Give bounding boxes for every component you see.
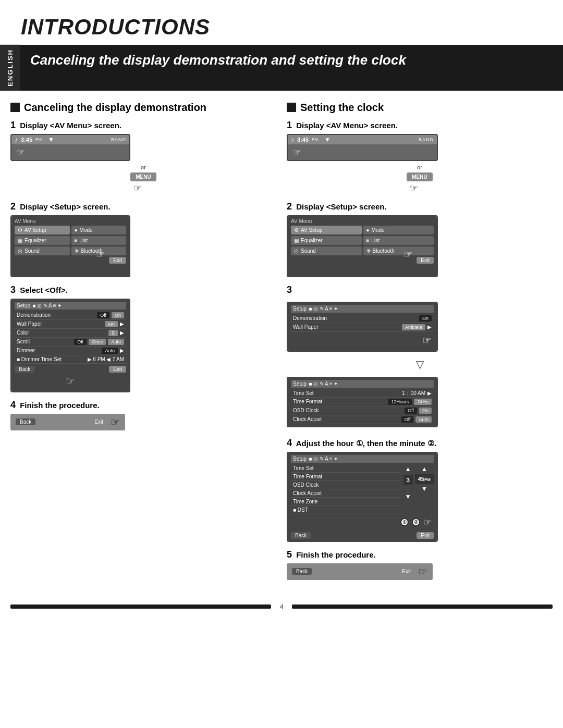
setup-row-dimmertime: ■ Dimmer Time Set ▶ 6 PM ◀ 7 AM xyxy=(15,355,126,364)
left-step1-screen: ♪ 3:45 PM ▼ BAND ☞ xyxy=(10,134,130,161)
right-step-2: 2 Display <Setup> screen. AV Menu ⚙ AV S… xyxy=(287,201,553,277)
hour-down-arrow[interactable]: ▼ xyxy=(405,493,411,500)
clockadjust-row: Clock Adjust Off Auto xyxy=(291,415,434,424)
music-icon-right: ♪ xyxy=(291,136,294,143)
left-column: Canceling the display demonstration 1 Di… xyxy=(10,101,276,587)
banner-text: Canceling the display demonstration and … xyxy=(20,45,563,91)
menu-item-equalizer: ▦ Equalizer xyxy=(15,236,70,245)
setup-row-dimmer: Dimmer Auto ▶ xyxy=(15,347,126,355)
right-column: Setting the clock 1 Display <AV Menu> sc… xyxy=(287,101,553,587)
timeformat-row: Time Format 12Hours 24Ho xyxy=(291,398,434,406)
setup-row-scroll: Scroll Off Once Auto xyxy=(15,338,126,347)
menu-button-right-1[interactable]: MENU xyxy=(407,172,432,181)
heading-icon xyxy=(10,103,20,112)
menu-item-sound-left: ◎ Sound xyxy=(15,246,70,255)
hand-icon-2: ☞ xyxy=(133,182,142,194)
osdclock-row: OSD Clock Off On xyxy=(291,406,434,415)
left-step-1: 1 Display <AV Menu> screen. ♪ 3:45 PM ▼ … xyxy=(10,120,276,194)
menu-item-bluetooth-right: ❋ Bluetooth xyxy=(363,246,434,255)
hand-icon-r2: ☞ xyxy=(410,182,418,194)
menu-item-mode-r: ● Mode xyxy=(363,226,434,235)
setup-row-demo-r: Demonstration On xyxy=(291,314,434,323)
setup-row-wallpaper-r: Wall Paper Ambient ▶ xyxy=(291,323,434,332)
right-step-3: 3 Setup ■ ◎ ✎ A ≡ ✦ Demonstration On xyxy=(287,285,553,430)
setup-row-color: Color S ▶ xyxy=(15,329,126,338)
back-btn-left-3[interactable]: Back xyxy=(15,366,34,373)
left-step3-screen: Setup ■ ◎ ✎ A ≡ ✦ Demonstration Off On W… xyxy=(10,299,130,392)
left-step-2: 2 Display <Setup> screen. AV Menu ⚙ AV S… xyxy=(10,201,276,277)
menu-item-sound-right: ◎ Sound xyxy=(291,246,362,255)
timeset-row: Time Set 1 : 00 AM ▶ xyxy=(291,389,434,398)
right-step3-screen2: Setup ■ ◎ ✎ A ≡ ✦ Time Set 1 : 00 AM ▶ xyxy=(287,377,438,427)
hand-icon-r6: ☞ xyxy=(418,565,427,578)
english-label: ENGLISH xyxy=(0,45,20,91)
right-step1-screen: ♪ 3:45 PM ▼ BAND ☞ xyxy=(287,134,438,161)
down-arrow: ▽ xyxy=(287,358,553,371)
menu-button-left-1[interactable]: MENU xyxy=(130,172,156,181)
hand-icon-5: ☞ xyxy=(111,416,120,428)
menu-item-equalizer-r: ▦ Equalizer xyxy=(291,236,362,245)
hand-icon-1: ☞ xyxy=(17,146,25,158)
exit-btn-left-3[interactable]: Exit xyxy=(109,366,126,373)
hour-up-arrow[interactable]: ▲ xyxy=(405,465,411,473)
menu-item-avsetup: ⚙ AV Setup xyxy=(15,226,70,235)
right-step-4: 4 Adjust the hour ①, then the minute ②. … xyxy=(287,438,553,542)
hand-icon-4: ☞ xyxy=(66,375,75,387)
menu-item-avsetup-r: ⚙ AV Setup xyxy=(291,226,362,235)
exit-btn-left-4[interactable]: Exit xyxy=(90,418,107,425)
setup-row-wallpaper: Wall Paper Am ▶ xyxy=(15,320,126,329)
page-number: 4 xyxy=(271,603,291,611)
right-step4-screen: Setup ■ ◎ ✎ A ≡ ✦ Time Set Time Format O… xyxy=(287,452,438,542)
banner: ENGLISH Canceling the display demonstrat… xyxy=(0,45,563,91)
left-step-3: 3 Select <Off>. Setup ■ ◎ ✎ A ≡ ✦ Demons… xyxy=(10,285,276,392)
min-down-arrow[interactable]: ▼ xyxy=(421,485,427,492)
hand-icon-r3: ☞ xyxy=(403,248,413,261)
min-up-arrow[interactable]: ▲ xyxy=(421,465,427,473)
menu-item-list: ≡ List xyxy=(71,236,127,245)
hand-icon-r1: ☞ xyxy=(293,146,301,158)
left-step-4: 4 Finish the procedure. Back Exit ☞ xyxy=(10,400,276,430)
back-btn-left-4[interactable]: Back xyxy=(16,418,35,425)
left-step2-screen: AV Menu ⚙ AV Setup ● Mode ▦ Equalizer xyxy=(10,215,130,277)
exit-btn-right-4[interactable]: Exit xyxy=(417,532,434,539)
exit-btn-right-5[interactable]: Exit xyxy=(398,568,415,575)
back-btn-right-5[interactable]: Back xyxy=(292,568,312,575)
hand-icon-r5: ☞ xyxy=(423,516,432,528)
menu-item-list-r: ≡ List xyxy=(363,236,434,245)
left-heading: Canceling the display demonstration xyxy=(10,101,276,114)
right-step-1: 1 Display <AV Menu> screen. ♪ 3:45 PM ▼ … xyxy=(287,120,553,194)
right-heading-icon xyxy=(287,103,296,112)
music-icon: ♪ xyxy=(15,136,18,143)
right-step3-screen1: Setup ■ ◎ ✎ A ≡ ✦ Demonstration On Wall … xyxy=(287,302,438,352)
exit-btn-right-2[interactable]: Exit xyxy=(417,257,434,264)
hand-icon-r4: ☞ xyxy=(422,334,432,347)
right-step-5: 5 Finish the procedure. Back Exit ☞ xyxy=(287,549,553,580)
menu-item-mode: ● Mode xyxy=(71,226,127,235)
right-step2-screen: AV Menu ⚙ AV Setup ● Mode ▦ Equalizer xyxy=(287,215,438,277)
right-heading: Setting the clock xyxy=(287,101,553,114)
exit-btn-left-2[interactable]: Exit xyxy=(109,257,126,264)
back-btn-right-4[interactable]: Back xyxy=(291,532,311,539)
hand-icon-3: ☞ xyxy=(96,248,105,261)
setup-row-demo: Demonstration Off On xyxy=(15,311,126,320)
page-title: INTRODUCTIONS xyxy=(0,0,563,45)
